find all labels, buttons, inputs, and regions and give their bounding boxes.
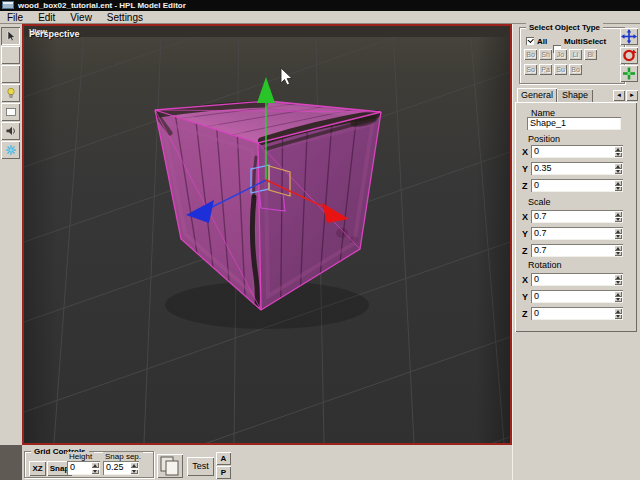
pointer-select-icon: [5, 30, 17, 42]
rotation-z-label: Z: [522, 309, 528, 319]
viewport-layout-icon: [158, 455, 182, 477]
menu-settings[interactable]: Settings: [107, 12, 143, 23]
snap-sep-label: Snap sep.: [103, 452, 143, 461]
rotate-tool-button[interactable]: [620, 47, 638, 64]
scale-label: Scale: [528, 197, 551, 207]
bottom-left-spacer: [0, 445, 22, 480]
billboard-icon: [5, 106, 17, 118]
rotation-label: Rotation: [528, 260, 562, 270]
select-object-type-title: Select Object Type: [526, 23, 603, 32]
viewport-perspective[interactable]: View: [22, 24, 512, 445]
position-z-label: Z: [522, 181, 528, 191]
rotation-y-field[interactable]: 0: [531, 290, 623, 303]
rotation-z-spinner[interactable]: [614, 308, 622, 319]
camera-label: Perspective: [29, 29, 80, 39]
grid-controls-group: Grid Controls XZ Snap Height 0 Snap sep.…: [24, 451, 154, 478]
position-y-spinner[interactable]: [614, 163, 622, 174]
rotation-x-label: X: [522, 275, 528, 285]
type-button-submesh[interactable]: Su: [554, 64, 567, 75]
rotate-icon: [621, 48, 637, 63]
position-label: Position: [528, 134, 560, 144]
all-checkbox[interactable]: [526, 37, 534, 45]
position-y-label: Y: [522, 164, 528, 174]
particle-icon: [5, 144, 17, 156]
billboard-tool-button[interactable]: [1, 103, 20, 121]
rotation-z-field[interactable]: 0: [531, 307, 623, 320]
light-tool-button[interactable]: [1, 84, 20, 102]
type-button-body[interactable]: Bo: [524, 49, 537, 60]
tab-shape[interactable]: Shape: [557, 89, 593, 102]
rotation-y-spinner[interactable]: [614, 291, 622, 302]
rotation-y-label: Y: [522, 292, 528, 302]
menu-edit[interactable]: Edit: [38, 12, 55, 23]
snap-sep-spinner[interactable]: [130, 462, 138, 474]
scale-tool-button[interactable]: [620, 65, 638, 82]
rotation-x-spinner[interactable]: [614, 274, 622, 285]
name-field[interactable]: Shape_1: [527, 117, 621, 130]
window-title: wood_box02_tutorial.ent - HPL Model Edit…: [18, 0, 186, 11]
point-p-button[interactable]: P: [216, 466, 231, 479]
menu-file[interactable]: File: [7, 12, 23, 23]
tab-next-button[interactable]: ►: [626, 90, 638, 101]
scale-y-field[interactable]: 0.7: [531, 227, 623, 240]
ambient-a-button[interactable]: A: [216, 452, 231, 465]
type-button-particle[interactable]: Pa: [539, 64, 552, 75]
move-icon: [621, 29, 637, 44]
viewport-pane-titlebar[interactable]: View: [24, 26, 510, 37]
position-z-field[interactable]: 0: [531, 179, 623, 192]
sound-speaker-icon: [5, 125, 17, 137]
app-window-icon: [2, 1, 14, 9]
particle-tool-button[interactable]: [1, 141, 20, 159]
bottom-bar: Grid Controls XZ Snap Height 0 Snap sep.…: [0, 445, 512, 480]
type-button-sound[interactable]: So: [524, 64, 537, 75]
body-tool-button[interactable]: [1, 65, 20, 83]
hpl-model-editor-window: wood_box02_tutorial.ent - HPL Model Edit…: [0, 0, 640, 480]
position-x-spinner[interactable]: [614, 146, 622, 157]
multiselect-checkbox-label: MultiSelect: [564, 37, 606, 46]
type-button-light[interactable]: Li: [569, 49, 582, 60]
move-tool-button[interactable]: [620, 28, 638, 45]
scale-z-field[interactable]: 0.7: [531, 244, 623, 257]
sound-tool-button[interactable]: [1, 122, 20, 140]
scale-x-label: X: [522, 212, 528, 222]
type-button-joint[interactable]: Jo: [554, 49, 567, 60]
grid-plane-xz-button[interactable]: XZ: [29, 461, 46, 476]
snap-sep-field[interactable]: 0.25: [103, 461, 139, 475]
test-button[interactable]: Test: [187, 457, 214, 476]
wood-knot: [336, 228, 348, 238]
left-toolbar: [0, 24, 22, 445]
select-tool-button[interactable]: [1, 27, 20, 45]
titlebar[interactable]: wood_box02_tutorial.ent - HPL Model Edit…: [0, 0, 640, 11]
scene-canvas[interactable]: [24, 37, 510, 443]
scale-icon: [621, 66, 637, 81]
scale-y-label: Y: [522, 229, 528, 239]
viewport-layout-button[interactable]: [157, 454, 183, 478]
height-label: Height: [67, 452, 94, 461]
tab-prev-button[interactable]: ◄: [613, 90, 625, 101]
scale-x-field[interactable]: 0.7: [531, 210, 623, 223]
menu-view[interactable]: View: [70, 12, 92, 23]
select-object-type-group: Select Object Type All MultiSelect Bo Sh…: [519, 27, 625, 84]
general-tab-panel: Name Shape_1 Position X 0 Y 0.35 Z 0 Sca…: [515, 102, 637, 332]
position-z-spinner[interactable]: [614, 180, 622, 191]
scene-3d[interactable]: [24, 37, 510, 443]
type-button-bone[interactable]: Bo: [569, 64, 582, 75]
rotation-x-field[interactable]: 0: [531, 273, 623, 286]
type-button-billboard[interactable]: Bi: [584, 49, 597, 60]
scale-y-spinner[interactable]: [614, 228, 622, 239]
tab-general[interactable]: General: [517, 88, 557, 102]
scale-z-spinner[interactable]: [614, 245, 622, 256]
type-button-shape[interactable]: Sh: [539, 49, 552, 60]
position-y-field[interactable]: 0.35: [531, 162, 623, 175]
position-x-field[interactable]: 0: [531, 145, 623, 158]
scale-x-spinner[interactable]: [614, 211, 622, 222]
position-x-label: X: [522, 147, 528, 157]
light-bulb-icon: [5, 87, 17, 99]
all-checkbox-label: All: [537, 37, 547, 46]
shape-tool-button[interactable]: [1, 46, 20, 64]
grid-height-field[interactable]: 0: [67, 461, 100, 475]
right-panel: Select Object Type All MultiSelect Bo Sh…: [512, 24, 640, 480]
scale-z-label: Z: [522, 246, 528, 256]
grid-height-spinner[interactable]: [91, 462, 99, 474]
